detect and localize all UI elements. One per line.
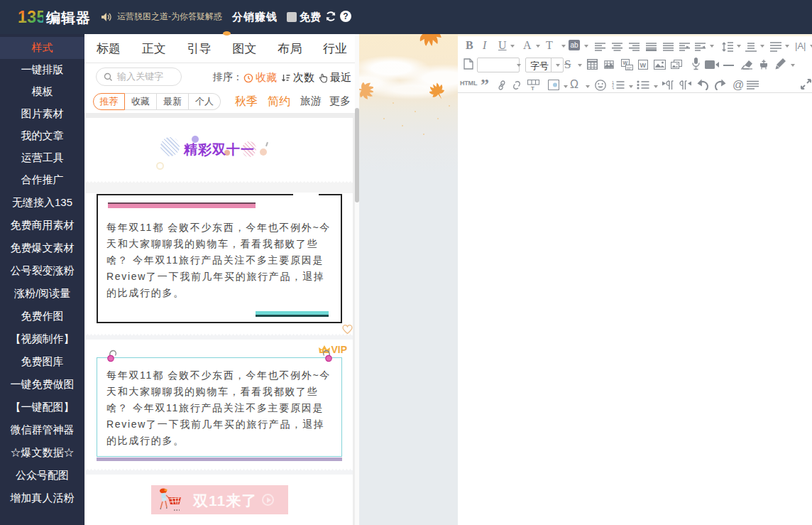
svg-text:3: 3 [612,87,614,90]
svg-text:W: W [640,62,647,69]
svg-text:T: T [531,85,534,91]
svg-text:W: W [623,60,628,65]
svg-text:135: 135 [18,8,43,26]
